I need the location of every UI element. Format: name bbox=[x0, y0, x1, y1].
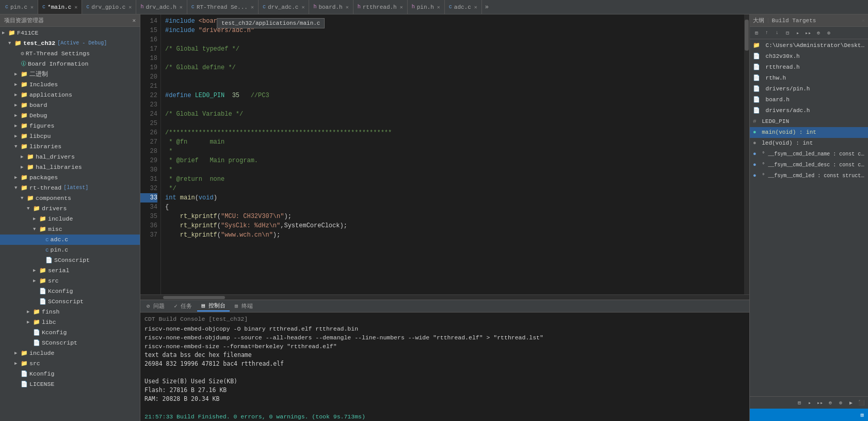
tab-close[interactable]: ✕ bbox=[400, 4, 403, 10]
folder-icon: 📁 bbox=[33, 307, 40, 317]
tab-overflow[interactable]: » bbox=[482, 4, 492, 11]
tab-drv-adc-c[interactable]: c drv_adc.c ✕ bbox=[259, 0, 309, 14]
item-label: libcpu bbox=[29, 132, 51, 141]
code-container[interactable]: 14 15 16 17 18 19 20 21 22 23 24 25 26 2… bbox=[140, 14, 749, 294]
sidebar-item-license[interactable]: 📄 LICENSE bbox=[0, 379, 140, 389]
outline-item-rthw-h[interactable]: 📄 rthw.h bbox=[750, 73, 868, 84]
outline-item-board-h[interactable]: 📄 board.h bbox=[750, 95, 868, 105]
sidebar-item-sconscript-drivers[interactable]: 📄 SConscript bbox=[0, 297, 140, 307]
toolbar-btn-2[interactable]: ↑ bbox=[762, 28, 771, 38]
sidebar-item-binary[interactable]: ▶ 📁 二进制 bbox=[0, 69, 140, 80]
tab-pin-c[interactable]: c pin.c ✕ bbox=[1, 0, 38, 14]
outline-item-led[interactable]: ● led(void) : int bbox=[750, 138, 868, 149]
sidebar-item-kconfig-root[interactable]: 📄 Kconfig bbox=[0, 369, 140, 379]
sidebar-item-board[interactable]: ▶ 📁 board bbox=[0, 100, 140, 111]
sidebar-item-hal-drivers[interactable]: ▶ 📁 hal_drivers bbox=[0, 152, 140, 162]
code-content[interactable]: #include <board.h> #include "drivers/adc… bbox=[161, 14, 744, 294]
tab-close[interactable]: ✕ bbox=[474, 4, 477, 10]
scrollbar-thumb[interactable] bbox=[745, 20, 749, 51]
tab-close[interactable]: ✕ bbox=[251, 4, 254, 10]
right-btn-3[interactable]: ▸▸ bbox=[815, 398, 825, 408]
sidebar-item-serial[interactable]: ▶ 📁 serial bbox=[0, 266, 140, 276]
sidebar-item-libraries[interactable]: ▼ 📁 libraries bbox=[0, 142, 140, 152]
sidebar-item-adc-c[interactable]: c adc.c bbox=[0, 235, 140, 245]
tab-rtthread-h[interactable]: h rtthread.h ✕ bbox=[353, 0, 408, 14]
toolbar-btn-1[interactable]: ⊞ bbox=[752, 28, 761, 38]
outline-item-led0-pin[interactable]: # LED0_PIN bbox=[750, 116, 868, 127]
arrow-icon: ▶ bbox=[14, 111, 21, 120]
tab-drv-gpio-c[interactable]: c drv_gpio.c ✕ bbox=[82, 0, 136, 14]
sidebar-item-src-root[interactable]: ▶ 📁 src bbox=[0, 358, 140, 369]
sidebar-item-hal-libraries[interactable]: ▶ 📁 hal_libraries bbox=[0, 162, 140, 173]
outline-item-drivers-adc[interactable]: 📄 drivers/adc.h bbox=[750, 105, 868, 116]
sidebar-item-include-drivers[interactable]: ▶ 📁 include bbox=[0, 214, 140, 224]
toolbar-btn-3[interactable]: ↓ bbox=[773, 28, 782, 38]
arrow-icon: ▶ bbox=[14, 121, 21, 131]
sidebar-item-rt-thread[interactable]: ▼ 📁 rt-thread [latest] bbox=[0, 183, 140, 193]
sidebar-item-includes[interactable]: ▶ 📁 Includes bbox=[0, 80, 140, 90]
tab-main-c[interactable]: c *main.c ✕ bbox=[38, 0, 82, 14]
tab-close[interactable]: ✕ bbox=[30, 4, 34, 10]
sidebar-item-rt-settings[interactable]: ⚙ RT-Thread Settings bbox=[0, 49, 140, 59]
tab-console[interactable]: ▤ 控制台 bbox=[197, 301, 229, 311]
tab-rt-thread-se[interactable]: c RT-Thread Se... ✕ bbox=[187, 0, 259, 14]
toolbar-btn-7[interactable]: ⊕ bbox=[814, 28, 823, 38]
sidebar-item-pin-c[interactable]: c pin.c bbox=[0, 245, 140, 255]
sidebar-item-drivers[interactable]: ▼ 📁 drivers bbox=[0, 204, 140, 214]
tab-close[interactable]: ✕ bbox=[301, 4, 304, 10]
right-btn-1[interactable]: ⊞ bbox=[795, 398, 804, 408]
sidebar-item-include-root[interactable]: ▶ 📁 include bbox=[0, 348, 140, 358]
tab-close[interactable]: ✕ bbox=[74, 4, 77, 10]
sidebar-item-test-ch32[interactable]: ▼ 📁 test_ch32 [Active - Debug] bbox=[0, 38, 140, 49]
sidebar-item-debug[interactable]: ▶ 📁 Debug bbox=[0, 111, 140, 121]
hscroll-thumb[interactable] bbox=[163, 296, 225, 299]
sidebar-item-libcpu[interactable]: ▶ 📁 libcpu bbox=[0, 131, 140, 142]
tab-board-h[interactable]: h board.h ✕ bbox=[309, 0, 353, 14]
sidebar-close-icon[interactable]: ✕ bbox=[132, 17, 136, 24]
tab-close[interactable]: ✕ bbox=[128, 4, 132, 10]
sidebar-item-sconscript-misc[interactable]: 📄 SConscript bbox=[0, 255, 140, 266]
sidebar-item-misc[interactable]: ▼ 📁 misc bbox=[0, 224, 140, 235]
sidebar-item-kconfig-drivers[interactable]: 📄 Kconfig bbox=[0, 286, 140, 297]
right-btn-7[interactable]: ⬛ bbox=[857, 398, 866, 408]
outline-item-rtthread-h[interactable]: 📄 rtthread.h bbox=[750, 62, 868, 73]
outline-item-root-path[interactable]: 📁 C:\Users\Administrator\Desktop\te bbox=[750, 40, 868, 51]
sidebar-item-kconfig-rt[interactable]: 📄 Kconfig bbox=[0, 328, 140, 338]
sidebar-item-src-drivers[interactable]: ▶ 📁 src bbox=[0, 276, 140, 286]
outline-item-drivers-pin[interactable]: 📄 drivers/pin.h bbox=[750, 84, 868, 95]
sidebar-item-packages[interactable]: ▶ 📁 packages bbox=[0, 173, 140, 183]
toolbar-btn-5[interactable]: ▸ bbox=[793, 28, 802, 38]
sidebar-item-applications[interactable]: ▶ 📁 applications bbox=[0, 90, 140, 100]
tab-adc-c[interactable]: c adc.c ✕ bbox=[445, 0, 482, 14]
tab-close[interactable]: ✕ bbox=[437, 4, 440, 10]
tab-terminal[interactable]: ⊞ 终端 bbox=[231, 301, 257, 311]
h-file-icon: h bbox=[140, 4, 143, 10]
tab-close[interactable]: ✕ bbox=[180, 4, 183, 10]
toolbar-btn-8[interactable]: ⊗ bbox=[824, 28, 833, 38]
sidebar-item-figures[interactable]: ▶ 📁 figures bbox=[0, 121, 140, 131]
tab-drv-adc-h[interactable]: h drv_adc.h ✕ bbox=[136, 0, 187, 14]
sidebar-item-finsh[interactable]: ▶ 📁 finsh bbox=[0, 307, 140, 317]
outline-item-fsym-desc[interactable]: ● ° __fsym__cmd_led_desc : const cha... bbox=[750, 160, 868, 170]
sidebar-item-sconscript-rt[interactable]: 📄 SConscript bbox=[0, 338, 140, 348]
vertical-scrollbar[interactable] bbox=[744, 14, 749, 294]
right-btn-5[interactable]: ⊗ bbox=[836, 398, 845, 408]
tab-tasks[interactable]: ✓ 任务 bbox=[170, 301, 196, 311]
sidebar-item-board-info[interactable]: 🛈 Board Information bbox=[0, 59, 140, 69]
outline-item-fsym-led[interactable]: ● ° __fsym__cmd_led : const struct fin..… bbox=[750, 170, 868, 181]
toolbar-btn-6[interactable]: ▸▸ bbox=[803, 28, 813, 38]
horizontal-scrollbar[interactable] bbox=[140, 294, 749, 300]
sidebar-item-components[interactable]: ▼ 📁 components bbox=[0, 193, 140, 204]
outline-item-fsym-name[interactable]: ● ° __fsym__cmd_led_name : const ch... bbox=[750, 149, 868, 160]
right-btn-4[interactable]: ⊕ bbox=[826, 398, 835, 408]
right-btn-2[interactable]: ▸ bbox=[805, 398, 814, 408]
outline-item-main[interactable]: ● main(void) : int bbox=[750, 127, 868, 138]
toolbar-btn-4[interactable]: ⊟ bbox=[783, 28, 792, 38]
outline-item-ch32v30x[interactable]: 📄 ch32v30x.h bbox=[750, 51, 868, 62]
right-btn-6[interactable]: ▶ bbox=[846, 398, 856, 408]
tab-problems[interactable]: ⊘ 问题 bbox=[142, 301, 169, 311]
sidebar-item-libc[interactable]: ▶ 📁 libc bbox=[0, 317, 140, 328]
tab-close[interactable]: ✕ bbox=[346, 4, 349, 10]
tab-pin-h[interactable]: h pin.h ✕ bbox=[408, 0, 445, 14]
sidebar-item-f411ce[interactable]: ▶ 📁 F411CE bbox=[0, 28, 140, 38]
